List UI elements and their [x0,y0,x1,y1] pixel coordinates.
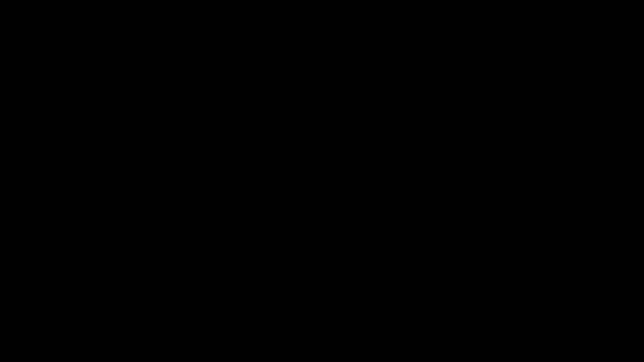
latitude-ylabel [2,224,11,312]
atmospheric-position-plot [0,16,176,174]
trail-offset-chart [176,16,352,173]
horz-res-ylabel [355,187,364,256]
height-ylabel [180,56,189,131]
orbital-position-diagram [176,185,352,350]
meteor-monitor-app: { "topbar": { "timestamp": "20251118 08:… [0,0,644,362]
vert-res-ylabel [355,273,364,343]
horz-res-chart [352,185,644,267]
absolute-magnitude-ylabel [354,31,364,156]
vert-res-chart [352,270,644,349]
ground-track-chart [0,185,176,349]
magnitude-chart [352,16,644,184]
